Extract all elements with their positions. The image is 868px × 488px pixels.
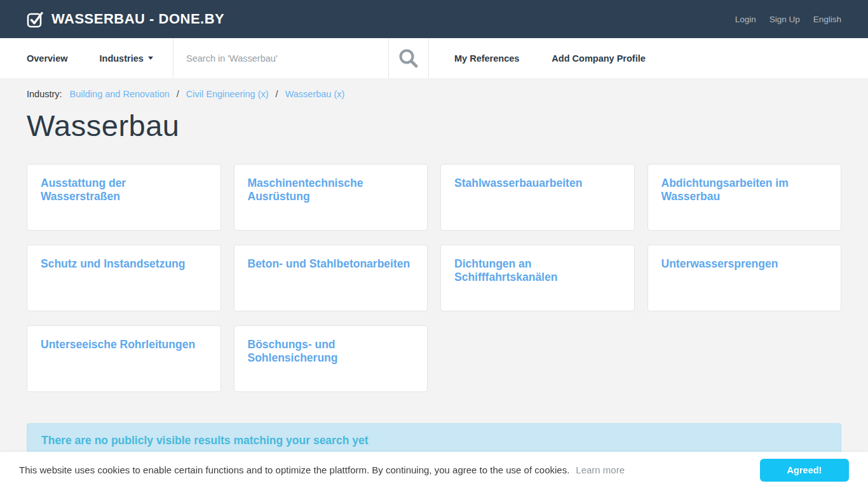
category-card[interactable]: Stahlwasserbauarbeiten <box>440 164 635 231</box>
category-card[interactable]: Dichtungen an Schifffahrtskanälen <box>440 245 635 311</box>
category-card[interactable]: Unterseeische Rohrleitungen <box>27 325 221 392</box>
chevron-down-icon <box>148 57 153 60</box>
navbar: Overview Industries My References Add Co… <box>0 38 868 78</box>
cookie-learn-more-link[interactable]: Learn more <box>576 464 625 475</box>
category-card-title: Unterseeische Rohrleitungen <box>41 338 207 351</box>
category-card[interactable]: Ausstattung der Wasserstraßen <box>27 164 221 231</box>
search-input[interactable] <box>186 53 388 64</box>
breadcrumb-label: Industry: <box>27 89 62 99</box>
nav-item-industries[interactable]: Industries <box>100 53 153 64</box>
breadcrumb-separator: / <box>276 89 278 99</box>
checkbox-logo-icon <box>27 11 44 28</box>
breadcrumb: Industry: Building and Renovation / Civi… <box>27 89 841 99</box>
nav-item-overview[interactable]: Overview <box>27 53 68 64</box>
category-card[interactable]: Maschinentechnische Ausrüstung <box>234 164 428 231</box>
category-card-title: Stahlwasserbauarbeiten <box>454 177 621 190</box>
top-header: Wasserbau - done.by LoginSign UpEnglish <box>0 0 868 38</box>
cookie-message: This website uses cookies to enable cert… <box>19 464 569 475</box>
header-links: LoginSign UpEnglish <box>735 15 841 24</box>
category-card-title: Unterwassersprengen <box>661 257 828 271</box>
breadcrumb-links: Building and Renovation / Civil Engineer… <box>70 89 345 99</box>
header-link[interactable]: Login <box>735 15 756 24</box>
category-card[interactable]: Schutz und Instandsetzung <box>27 245 221 311</box>
breadcrumb-link[interactable]: Building and Renovation <box>70 89 170 99</box>
breadcrumb-crumb: Wasserbau (x) / <box>285 89 345 99</box>
nav-item-add-company-profile[interactable]: Add Company Profile <box>552 53 645 64</box>
category-card-grid: Ausstattung der Wasserstraßen Maschinent… <box>27 164 841 392</box>
category-card[interactable]: Böschungs- und Sohlensicherung <box>234 325 428 392</box>
cookie-banner: This website uses cookies to enable cert… <box>0 452 868 488</box>
nav-item-my-references[interactable]: My References <box>454 53 519 64</box>
category-card-title: Dichtungen an Schifffahrtskanälen <box>454 257 621 285</box>
breadcrumb-separator: / <box>177 89 179 99</box>
breadcrumb-link[interactable]: Wasserbau (x) <box>285 89 345 99</box>
category-card-title: Maschinentechnische Ausrüstung <box>248 177 414 204</box>
breadcrumb-link[interactable]: Civil Engineering (x) <box>186 89 269 99</box>
category-card-title: Böschungs- und Sohlensicherung <box>248 338 414 365</box>
category-card[interactable]: Beton- und Stahlbetonarbeiten <box>234 245 428 311</box>
breadcrumb-crumb: Building and Renovation / <box>70 89 186 99</box>
category-card-title: Ausstattung der Wasserstraßen <box>41 177 207 204</box>
page-title: Wasserbau <box>27 108 841 143</box>
brand-logo[interactable]: Wasserbau - done.by <box>27 11 224 28</box>
category-card-title: Abdichtungsarbeiten im Wasserbau <box>661 177 828 204</box>
category-card-title: Beton- und Stahlbetonarbeiten <box>248 257 414 271</box>
nav-item-industries-label: Industries <box>100 53 144 64</box>
nav-right: My References Add Company Profile <box>429 38 646 78</box>
no-results-alert-text: There are no publicly visible results ma… <box>41 434 827 447</box>
category-card-title: Schutz und Instandsetzung <box>41 257 207 271</box>
search-field-cell <box>173 38 388 78</box>
category-card[interactable]: Abdichtungsarbeiten im Wasserbau <box>648 164 842 231</box>
cookie-agree-button[interactable]: Agreed! <box>760 459 849 482</box>
category-card[interactable]: Unterwassersprengen <box>648 245 842 311</box>
header-link[interactable]: English <box>813 15 841 24</box>
nav-left: Overview Industries <box>0 38 173 78</box>
search-icon <box>397 47 420 70</box>
main-content: Industry: Building and Renovation / Civi… <box>0 89 868 488</box>
search-button[interactable] <box>388 38 429 78</box>
breadcrumb-crumb: Civil Engineering (x) / <box>186 89 285 99</box>
brand-title: Wasserbau - done.by <box>51 11 224 27</box>
header-link[interactable]: Sign Up <box>770 15 800 24</box>
